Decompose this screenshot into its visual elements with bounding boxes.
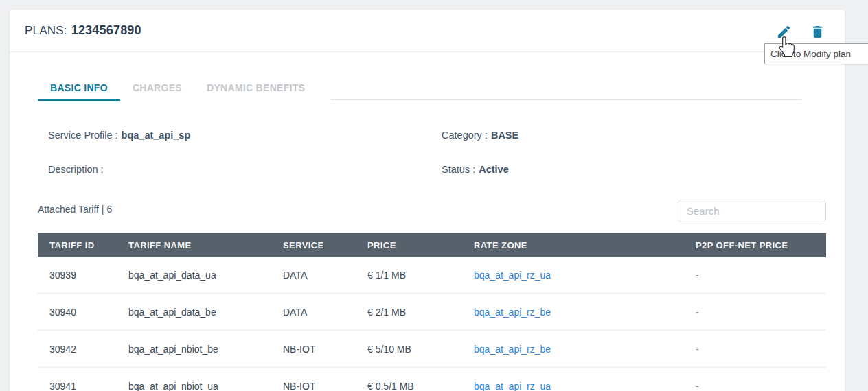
column-header-rate-zone: RATE ZONE [474, 240, 696, 250]
rate-zone-link[interactable]: bqa_at_api_rz_ua [474, 270, 551, 281]
card-header: PLANS:1234567890 [10, 10, 845, 51]
table-row: 30942bqa_at_api_nbiot_beNB-IOT€ 5/10 MBb… [38, 331, 826, 368]
description-label: Description : [48, 164, 104, 175]
rate-zone-link[interactable]: bqa_at_api_rz_be [474, 344, 551, 355]
tariff-id-cell: 30940 [49, 307, 76, 318]
category-value: BASE [491, 130, 518, 141]
tariff-table: TARIFF ID TARIFF NAME SERVICE PRICE RATE… [38, 233, 826, 391]
detail-row-1: Service Profile :bqa_at_api_sp Category … [10, 130, 845, 145]
category-field: Category :BASE [442, 130, 518, 141]
tariff-name-cell: bqa_at_api_nbiot_be [128, 344, 218, 355]
tariff-name-cell: bqa_at_api_nbiot_ua [128, 381, 218, 391]
column-header-p2p-off-net-price: P2P OFF-NET PRICE [696, 240, 826, 250]
edit-tooltip: Click to Modify plan [764, 43, 868, 64]
tariff-id-cell: 30942 [49, 344, 76, 355]
tab-bar-baseline [331, 99, 801, 100]
tab-dynamic-benefits[interactable]: DYNAMIC BENEFITS [194, 76, 317, 101]
tariff-table-header: TARIFF ID TARIFF NAME SERVICE PRICE RATE… [38, 233, 826, 257]
tariff-table-body: 30939bqa_at_api_data_uaDATA€ 1/1 MBbqa_a… [38, 257, 826, 391]
service-cell: NB-IOT [283, 344, 315, 355]
p2p-off-net-price-cell: - [696, 381, 699, 391]
status-field: Status :Active [442, 164, 509, 175]
service-cell: NB-IOT [283, 381, 315, 391]
rate-zone-link[interactable]: bqa_at_api_rz_be [474, 307, 551, 318]
service-cell: DATA [283, 307, 307, 318]
table-row: 30939bqa_at_api_data_uaDATA€ 1/1 MBbqa_a… [38, 257, 826, 294]
column-header-tariff-id: TARIFF ID [49, 240, 128, 250]
status-value: Active [479, 164, 509, 175]
search-input[interactable] [678, 200, 826, 222]
price-cell: € 0.5/1 MB [367, 381, 414, 391]
page-title-label: PLANS: [25, 24, 67, 37]
trash-icon [810, 24, 825, 40]
tariff-name-cell: bqa_at_api_data_ua [128, 270, 216, 281]
table-row: 30941bqa_at_api_nbiot_uaNB-IOT€ 0.5/1 MB… [38, 368, 826, 391]
service-profile-label: Service Profile : [48, 130, 118, 141]
price-cell: € 1/1 MB [367, 270, 406, 281]
tab-charges[interactable]: CHARGES [120, 76, 194, 101]
tariff-name-cell: bqa_at_api_data_be [128, 307, 216, 318]
price-cell: € 5/10 MB [367, 344, 411, 355]
attached-tariff-count: Attached Tariff | 6 [38, 204, 112, 215]
rate-zone-link[interactable]: bqa_at_api_rz_ua [474, 381, 551, 391]
tariff-id-cell: 30939 [49, 270, 76, 281]
tab-bar: BASIC INFO CHARGES DYNAMIC BENEFITS [38, 76, 317, 101]
column-header-service: SERVICE [283, 240, 367, 250]
category-label: Category : [442, 130, 488, 141]
description-field: Description : [48, 164, 107, 175]
table-row: 30940bqa_at_api_data_beDATA€ 2/1 MBbqa_a… [38, 294, 826, 331]
tab-basic-info[interactable]: BASIC INFO [38, 76, 120, 101]
p2p-off-net-price-cell: - [696, 307, 699, 318]
detail-row-2: Description : Status :Active [10, 164, 845, 179]
delete-plan-button[interactable] [808, 22, 827, 41]
header-divider [10, 51, 845, 52]
pencil-icon [776, 24, 792, 40]
column-header-price: PRICE [367, 240, 474, 250]
service-profile-value: bqa_at_api_sp [122, 130, 191, 141]
service-cell: DATA [283, 270, 307, 281]
service-profile-field: Service Profile :bqa_at_api_sp [48, 130, 190, 141]
modify-plan-button[interactable] [774, 22, 793, 41]
plan-id-value: 1234567890 [71, 23, 141, 37]
tariff-id-cell: 30941 [49, 381, 76, 391]
price-cell: € 2/1 MB [367, 307, 406, 318]
p2p-off-net-price-cell: - [696, 344, 699, 355]
status-label: Status : [442, 164, 475, 175]
p2p-off-net-price-cell: - [696, 270, 699, 281]
page: { "header": { "title_label": "PLANS:", "… [0, 0, 868, 391]
column-header-tariff-name: TARIFF NAME [128, 240, 283, 250]
page-title: PLANS:1234567890 [25, 23, 141, 38]
plan-detail-card: PLANS:1234567890 BASIC INFO CHARGES DYNA… [10, 10, 845, 391]
